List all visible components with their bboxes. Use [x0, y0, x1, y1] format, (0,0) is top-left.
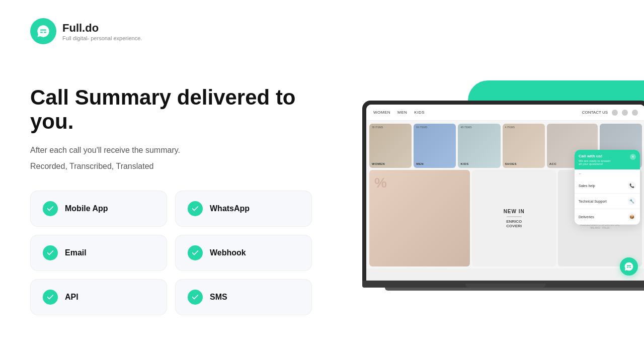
feature-card-whatsapp[interactable]: WhatsApp [175, 191, 312, 227]
feature-card-email[interactable]: Email [30, 235, 167, 271]
laptop-screen: WOMEN MEN KIDS CONTACT US 39 ITEMS [366, 105, 644, 281]
feature-label-webhook: Webhook [210, 248, 246, 257]
product-label-acc: ACC [549, 162, 557, 165]
product-women: 39 ITEMS WOMEN [369, 124, 412, 168]
logo-text: Full.do Full digital- personal experienc… [62, 22, 142, 41]
nav-kids: KIDS [414, 110, 425, 115]
chat-option-support-icon: 🔧 [628, 197, 636, 205]
product-men: 84 ITEMS MEN [414, 124, 456, 168]
new-in-label: NEW IN [504, 209, 525, 214]
main-heading: Call Summary delivered to you. [30, 85, 322, 134]
sub-text-1: After each call you'll receive the summa… [30, 144, 322, 156]
nav-search-icon [612, 110, 618, 116]
product-label-kids: KIDS [460, 162, 468, 165]
chat-option-deliveries-icon: 📦 [628, 213, 636, 221]
chat-popup-close-button[interactable]: ✕ [630, 154, 636, 160]
feature-grid: Mobile App WhatsApp Email Webhook API [30, 191, 312, 315]
nav-men: MEN [397, 110, 407, 115]
product-stock-men: 84 ITEMS [416, 126, 427, 129]
chat-option-deliveries-label: Deliveries [579, 215, 594, 219]
ecom-nav-right: CONTACT US [582, 110, 638, 116]
laptop-base [362, 281, 644, 288]
laptop-foot [385, 288, 644, 291]
product-label-shoes: SHOES [505, 162, 517, 165]
chat-option-deliveries[interactable]: Deliveries 📦 [575, 209, 640, 225]
check-icon-webhook [188, 245, 203, 260]
chat-fab-button[interactable] [620, 257, 638, 276]
feature-card-api[interactable]: API [30, 279, 167, 315]
check-icon-sms [188, 290, 203, 305]
product-label-men: MEN [416, 162, 424, 165]
feature-card-mobile-app[interactable]: Mobile App [30, 191, 167, 227]
product-stock-women: 39 ITEMS [372, 126, 383, 129]
check-icon-mobile-app [43, 201, 58, 216]
product-stock-kids: 48 ITEMS [460, 126, 471, 129]
header: Full.do Full digital- personal experienc… [30, 18, 142, 44]
chat-popup-back: ← [575, 169, 640, 178]
product-kids: 48 ITEMS KIDS [458, 124, 500, 168]
chat-option-support-label: Technical Support [579, 200, 607, 203]
chat-option-sales[interactable]: Sales help 📞 [575, 178, 640, 194]
logo-name: Full.do [62, 22, 142, 35]
laptop-screen-outer: WOMEN MEN KIDS CONTACT US 39 ITEMS [362, 101, 644, 281]
logo-icon [30, 18, 56, 44]
check-icon-whatsapp [188, 201, 203, 216]
chat-popup-title: Call with us! [579, 154, 611, 158]
check-icon-email [43, 245, 58, 260]
laptop-mockup: WOMEN MEN KIDS CONTACT US 39 ITEMS [362, 101, 644, 291]
left-content: Call Summary delivered to you. After eac… [30, 85, 322, 315]
feature-card-sms[interactable]: SMS [175, 279, 312, 315]
bottom-new-in: NEW IN ENRICOCOVERI [472, 170, 556, 266]
chat-popup-sub: We are ready to answerall your questions… [579, 159, 611, 165]
chat-popup-text: Call with us! We are ready to answerall … [579, 154, 611, 165]
chat-option-sales-label: Sales help [579, 184, 595, 188]
chat-popup[interactable]: Call with us! We are ready to answerall … [575, 150, 640, 225]
chat-option-support[interactable]: Technical Support 🔧 [575, 194, 640, 209]
nav-contact: CONTACT US [582, 110, 608, 115]
nav-chat-icon [622, 110, 628, 116]
ecom-nav-links: WOMEN MEN KIDS [373, 110, 425, 115]
chat-option-sales-icon: 📞 [628, 182, 636, 190]
feature-card-webhook[interactable]: Webhook [175, 235, 312, 271]
brand-enrico: ENRICOCOVERI [506, 219, 522, 228]
product-shoes: 4 ITEMS SHOES [503, 124, 545, 168]
nav-women: WOMEN [373, 110, 390, 115]
nav-user-icon [632, 110, 638, 116]
sub-text-2: Recorded, Transcribed, Translated [30, 160, 322, 172]
feature-label-email: Email [65, 248, 87, 257]
divider [507, 216, 522, 217]
feature-label-api: API [65, 293, 78, 302]
ecom-nav: WOMEN MEN KIDS CONTACT US [366, 105, 644, 121]
feature-label-sms: SMS [210, 293, 227, 302]
product-stock-shoes: 4 ITEMS [505, 126, 515, 129]
chat-fab-icon [624, 261, 634, 272]
check-icon-api [43, 290, 58, 305]
chat-bubble-icon [36, 24, 50, 38]
chat-popup-header: Call with us! We are ready to answerall … [575, 150, 640, 169]
feature-label-mobile-app: Mobile App [65, 204, 108, 213]
feature-label-whatsapp: WhatsApp [210, 204, 250, 213]
right-section: WOMEN MEN KIDS CONTACT US 39 ITEMS [332, 70, 644, 332]
bottom-hero-image: % [369, 170, 470, 266]
logo-tagline: Full digital- personal experience. [62, 35, 142, 41]
product-label-women: WOMEN [372, 162, 385, 165]
